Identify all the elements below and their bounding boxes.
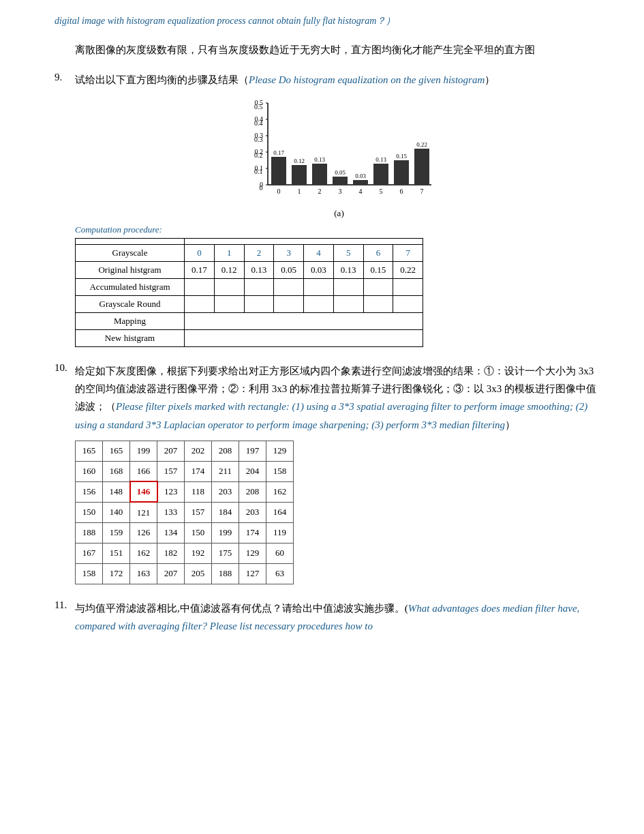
pixel-cell-2-6: 208 xyxy=(239,481,266,502)
pixel-cell-0-3: 207 xyxy=(157,441,185,461)
pixel-cell-1-0: 160 xyxy=(76,461,103,481)
table-orig-0: 0.17 xyxy=(185,261,215,278)
table-gr-0 xyxy=(185,295,215,312)
svg-text:0.12: 0.12 xyxy=(294,158,305,164)
pixel-cell-3-4: 157 xyxy=(185,502,212,522)
table-label-accumulated: Accumulated histgram xyxy=(76,278,185,295)
table-orig-3: 0.05 xyxy=(274,261,304,278)
table-acc-1 xyxy=(214,278,244,295)
q11-text: 与均值平滑滤波器相比,中值滤波器有何优点？请给出中值滤波实施步骤。(What a… xyxy=(75,599,603,636)
svg-text:0.13: 0.13 xyxy=(375,156,386,163)
pixel-cell-3-5: 184 xyxy=(212,502,239,522)
table-row-grayscale: Grayscale 0 1 2 3 4 5 6 7 xyxy=(76,244,423,261)
svg-text:1: 1 xyxy=(297,188,301,195)
q9-text: 试给出以下直方图均衡的步骤及结果（Please Do histogram equ… xyxy=(75,72,603,89)
pixel-grid-table: 1651651992072022081971291601681661571742… xyxy=(75,441,294,584)
pixel-cell-0-4: 202 xyxy=(185,441,212,461)
table-row-empty xyxy=(76,238,423,244)
table-orig-1: 0.12 xyxy=(214,261,244,278)
table-gs-1: 1 xyxy=(214,244,244,261)
pixel-cell-1-1: 168 xyxy=(103,461,130,481)
pixel-cell-2-5: 203 xyxy=(212,481,239,502)
table-row-new-hist: New histgram xyxy=(76,329,423,346)
svg-text:2: 2 xyxy=(318,188,321,195)
pixel-cell-1-7: 158 xyxy=(266,461,294,481)
histogram-chart: 0 0.1 0.2 0.3 0.4 0.5 0 xyxy=(75,96,603,219)
pixel-cell-5-3: 182 xyxy=(157,543,185,563)
bar-3 xyxy=(333,177,348,185)
table-acc-3 xyxy=(274,278,304,295)
table-acc-4 xyxy=(304,278,334,295)
pixel-cell-3-0: 150 xyxy=(76,502,103,522)
table-gr-2 xyxy=(244,295,274,312)
pixel-row-6: 15817216320720518812763 xyxy=(76,563,294,584)
pixel-cell-0-7: 129 xyxy=(266,441,294,461)
histogram-table: Grayscale 0 1 2 3 4 5 6 7 Original histg… xyxy=(75,238,423,347)
pixel-cell-4-2: 126 xyxy=(130,522,157,543)
pixel-row-4: 188159126134150199174119 xyxy=(76,522,294,543)
pixel-cell-0-5: 208 xyxy=(212,441,239,461)
pixel-cell-4-4: 150 xyxy=(185,522,212,543)
bar-7 xyxy=(414,149,429,185)
pixel-cell-4-6: 174 xyxy=(239,522,266,543)
table-acc-6 xyxy=(363,278,393,295)
chart-area: 0 0.1 0.2 0.3 0.4 0.5 0 xyxy=(244,96,435,205)
pixel-cell-6-0: 158 xyxy=(76,563,103,584)
question-10-line: 10. 给定如下灰度图像，根据下列要求给出对正方形区域内四个象素进行空间滤波增强… xyxy=(55,362,603,434)
table-acc-7 xyxy=(393,278,423,295)
svg-text:0.03: 0.03 xyxy=(355,173,366,179)
svg-text:0.22: 0.22 xyxy=(416,141,427,148)
pixel-cell-3-6: 203 xyxy=(239,502,266,522)
chart-title: (a) xyxy=(334,208,343,219)
pixel-cell-4-1: 159 xyxy=(103,522,130,543)
bar-5 xyxy=(373,164,388,185)
pixel-cell-4-7: 119 xyxy=(266,522,294,543)
table-new-hist-span xyxy=(185,329,423,346)
table-label-mapping: Mapping xyxy=(76,312,185,329)
q9-cn: 试给出以下直方图均衡的步骤及结果（ xyxy=(75,74,249,85)
svg-text:0.15: 0.15 xyxy=(396,153,407,160)
pixel-cell-2-2: 146 xyxy=(130,481,157,502)
table-gs-5: 5 xyxy=(333,244,363,261)
svg-text:0: 0 xyxy=(260,181,263,188)
table-orig-5: 0.13 xyxy=(333,261,363,278)
table-row-grayscale-round: Grayscale Round xyxy=(76,295,423,312)
svg-text:3: 3 xyxy=(338,188,341,195)
table-gr-6 xyxy=(363,295,393,312)
table-gs-0: 0 xyxy=(185,244,215,261)
pixel-cell-6-1: 172 xyxy=(103,563,130,584)
table-label-new-hist: New histgram xyxy=(76,329,185,346)
pixel-cell-5-4: 192 xyxy=(185,543,212,563)
svg-text:0.5: 0.5 xyxy=(254,99,263,106)
svg-text:0.4: 0.4 xyxy=(254,115,263,123)
pixel-cell-6-7: 63 xyxy=(266,563,294,584)
pixel-cell-6-3: 207 xyxy=(157,563,185,584)
table-cell-empty-label xyxy=(76,238,185,244)
q10-text: 给定如下灰度图像，根据下列要求给出对正方形区域内四个象素进行空间滤波增强的结果：… xyxy=(75,362,603,434)
table-gs-4: 4 xyxy=(304,244,334,261)
pixel-cell-5-0: 167 xyxy=(76,543,103,563)
q9-en: Please Do histogram equalization on the … xyxy=(249,74,485,85)
table-gr-3 xyxy=(274,295,304,312)
pixel-cell-0-0: 165 xyxy=(76,441,103,461)
svg-text:0.05: 0.05 xyxy=(335,169,346,176)
q9-number: 9. xyxy=(55,72,75,83)
table-acc-0 xyxy=(185,278,215,295)
table-header-grayscale: Grayscale xyxy=(76,244,185,261)
pixel-cell-3-7: 164 xyxy=(266,502,294,522)
question-10-block: 10. 给定如下灰度图像，根据下列要求给出对正方形区域内四个象素进行空间滤波增强… xyxy=(55,362,603,584)
bar-chart-svg: 0 0.1 0.2 0.3 0.4 0.5 0.17 0 0.12 1 0.13… xyxy=(244,96,435,205)
comp-label: Computation procedure: xyxy=(75,224,603,235)
table-acc-5 xyxy=(333,278,363,295)
table-label-original: Original histgram xyxy=(76,261,185,278)
pixel-cell-0-1: 165 xyxy=(103,441,130,461)
question-11-line: 11. 与均值平滑滤波器相比,中值滤波器有何优点？请给出中值滤波实施步骤。(Wh… xyxy=(55,599,603,636)
table-gr-7 xyxy=(393,295,423,312)
question-9-block: 9. 试给出以下直方图均衡的步骤及结果（Please Do histogram … xyxy=(55,72,603,347)
table-gr-1 xyxy=(214,295,244,312)
q10-cn-end: ） xyxy=(505,419,515,430)
pixel-cell-0-2: 199 xyxy=(130,441,157,461)
table-gs-6: 6 xyxy=(363,244,393,261)
table-gs-2: 2 xyxy=(244,244,274,261)
pixel-row-2: 156148146123118203208162 xyxy=(76,481,294,502)
